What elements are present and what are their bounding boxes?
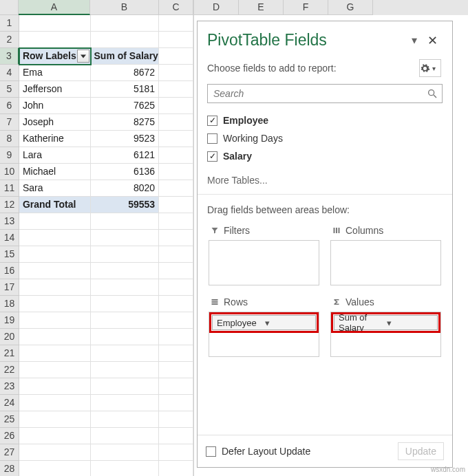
cell-C20[interactable] [159,329,193,345]
row-header-26[interactable]: 26 [0,428,19,444]
close-icon[interactable]: ✕ [423,33,441,48]
search-input[interactable] [207,84,443,103]
cell-B9[interactable]: 6121 [91,147,160,164]
cell-A26[interactable] [19,428,91,444]
cell-C17[interactable] [159,279,193,296]
cell-C24[interactable] [159,395,193,411]
cell-B14[interactable] [91,230,160,246]
search-field[interactable] [212,87,427,100]
panel-menu-dropdown[interactable]: ▾ [405,34,423,47]
cell-B12[interactable]: 59553 [91,197,160,213]
cell-B28[interactable] [91,461,160,476]
cell-C8[interactable] [159,131,193,147]
cell-A28[interactable] [19,461,91,476]
cell-B3[interactable]: Sum of Salary [91,48,160,65]
more-tables-link[interactable]: More Tables... [198,166,452,194]
field-checkbox[interactable] [207,151,217,162]
cell-B22[interactable] [91,362,160,378]
row-header-13[interactable]: 13 [0,213,19,230]
cell-C11[interactable] [159,180,193,197]
cell-C25[interactable] [159,411,193,428]
cell-C12[interactable] [159,197,193,213]
cell-A25[interactable] [19,411,91,428]
cell-B17[interactable] [91,279,160,296]
chevron-down-icon[interactable]: ▾ [387,318,435,328]
row-header-11[interactable]: 11 [0,180,19,197]
column-header-A[interactable]: A [19,0,90,15]
cell-C27[interactable] [159,444,193,461]
rows-area[interactable]: Rows Employee▾ [203,292,325,364]
column-header-G[interactable]: G [328,0,373,15]
cell-B1[interactable] [91,15,160,32]
cell-C23[interactable] [159,378,193,395]
columns-area[interactable]: Columns [325,221,447,292]
cell-A17[interactable] [19,279,91,296]
cell-B13[interactable] [91,213,160,230]
cell-C5[interactable] [159,81,193,98]
row-header-4[interactable]: 4 [0,65,19,81]
cell-B25[interactable] [91,411,160,428]
cell-B8[interactable]: 9523 [91,131,160,147]
cell-C10[interactable] [159,164,193,180]
cell-B10[interactable]: 6136 [91,164,160,180]
row-header-14[interactable]: 14 [0,230,19,246]
cell-B11[interactable]: 8020 [91,180,160,197]
column-header-F[interactable]: F [284,0,328,15]
cell-A15[interactable] [19,246,91,263]
cell-A3[interactable]: Row Labels [19,48,91,65]
cell-A18[interactable] [19,296,91,312]
cell-B20[interactable] [91,329,160,345]
cell-B19[interactable] [91,312,160,329]
cell-A23[interactable] [19,378,91,395]
cell-C6[interactable] [159,98,193,114]
row-header-9[interactable]: 9 [0,147,19,164]
row-header-10[interactable]: 10 [0,164,19,180]
cell-A16[interactable] [19,263,91,279]
row-header-22[interactable]: 22 [0,362,19,378]
cell-B6[interactable]: 7625 [91,98,160,114]
cell-C28[interactable] [159,461,193,476]
cell-B27[interactable] [91,444,160,461]
cell-A2[interactable] [19,32,91,48]
row-header-15[interactable]: 15 [0,246,19,263]
cell-C15[interactable] [159,246,193,263]
cell-B23[interactable] [91,378,160,395]
row-header-25[interactable]: 25 [0,411,19,428]
cell-C2[interactable] [159,32,193,48]
cell-A14[interactable] [19,230,91,246]
cell-B2[interactable] [91,32,160,48]
values-area[interactable]: Values Sum of Salary▾ [325,292,447,364]
row-header-27[interactable]: 27 [0,444,19,461]
cell-C16[interactable] [159,263,193,279]
cell-C22[interactable] [159,362,193,378]
worksheet[interactable]: ABC 123Row LabelsSum of Salary4Ema86725J… [0,0,194,476]
row-header-20[interactable]: 20 [0,329,19,345]
cell-A8[interactable]: Katherine [19,131,91,147]
row-header-18[interactable]: 18 [0,296,19,312]
cell-A13[interactable] [19,213,91,230]
cell-A4[interactable]: Ema [19,65,91,81]
cell-C3[interactable] [159,48,193,65]
cell-B18[interactable] [91,296,160,312]
cell-B5[interactable]: 5181 [91,81,160,98]
field-item-salary[interactable]: Salary [207,147,443,165]
row-header-5[interactable]: 5 [0,81,19,98]
area-chip-employee[interactable]: Employee▾ [212,315,316,330]
cell-B4[interactable]: 8672 [91,65,160,81]
field-checkbox[interactable] [207,133,217,144]
field-item-employee[interactable]: Employee [207,111,443,129]
row-header-24[interactable]: 24 [0,395,19,411]
row-header-3[interactable]: 3 [0,48,19,65]
row-header-6[interactable]: 6 [0,98,19,114]
cell-B7[interactable]: 8275 [91,114,160,131]
row-header-8[interactable]: 8 [0,131,19,147]
cell-C19[interactable] [159,312,193,329]
cell-A1[interactable] [19,15,91,32]
row-header-12[interactable]: 12 [0,197,19,213]
row-header-28[interactable]: 28 [0,461,19,476]
cell-B16[interactable] [91,263,160,279]
row-labels-filter-dropdown[interactable] [77,50,89,63]
cell-C21[interactable] [159,345,193,362]
cell-A27[interactable] [19,444,91,461]
chevron-down-icon[interactable]: ▾ [265,318,313,328]
